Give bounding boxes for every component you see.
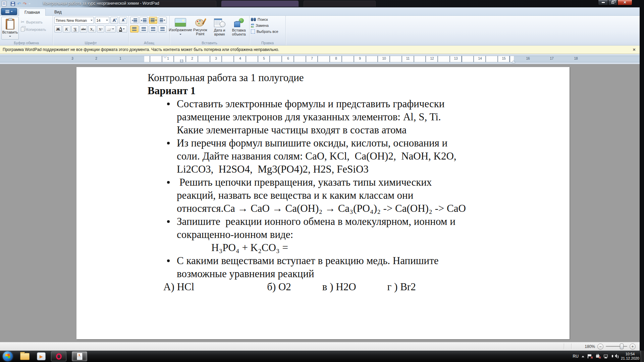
align-left-button[interactable]	[130, 25, 139, 33]
group-font: Times New Roman 14 A▲ A▼ Ж К Ч abc X₂ X²	[53, 16, 129, 45]
line-spacing-button[interactable]	[158, 17, 167, 24]
clock[interactable]: 10:54 21.12.2020	[621, 352, 639, 361]
paragraph[interactable]: А) HCl б) O2 в ) H2O г ) Br2	[163, 280, 556, 293]
date-time-label: Дата и время	[214, 28, 225, 36]
paragraph[interactable]: Составить электронные формулы и представ…	[165, 97, 556, 136]
font-color-button[interactable]: A	[117, 25, 127, 33]
minimize-button[interactable]	[598, 0, 608, 5]
zoom-slider-thumb[interactable]	[620, 344, 624, 349]
bullet-list-icon	[151, 18, 155, 22]
copy-button[interactable]: Копировать	[21, 27, 46, 32]
grow-font-button[interactable]: A▲	[110, 17, 118, 24]
paint-drawing-button[interactable]: Рисунок Paint	[191, 17, 209, 40]
insert-image-button[interactable]: Изображение	[171, 17, 190, 40]
paste-button[interactable]: Вставить	[1, 17, 19, 40]
action-center-icon[interactable]: ✕	[587, 354, 592, 359]
increase-indent-button[interactable]: ▸	[140, 17, 148, 24]
power-icon[interactable]: ✕	[595, 354, 600, 359]
group-label-clipboard: Буфер обмена	[0, 41, 53, 45]
clipboard-icon	[6, 19, 14, 29]
select-all-button[interactable]: Выбрать все	[251, 29, 284, 34]
italic-button[interactable]: К	[63, 25, 70, 33]
app-menu-button[interactable]	[1, 8, 17, 15]
taskbar-media-player-icon[interactable]: ▶	[37, 352, 46, 360]
language-indicator[interactable]: RU	[573, 354, 579, 359]
paragraph[interactable]: Из перечня формул выпишите оксиды, кисло…	[165, 136, 556, 176]
list-button[interactable]	[149, 17, 157, 24]
decrease-indent-button[interactable]: ◂	[130, 17, 139, 24]
opera-icon	[56, 353, 62, 360]
font-family-select[interactable]: Times New Roman	[54, 17, 94, 24]
right-arrow-icon: ▸	[141, 19, 142, 22]
justify-button[interactable]	[158, 25, 167, 33]
subscript-icon: X₂	[90, 27, 94, 31]
restore-button[interactable]	[608, 0, 618, 5]
align-left-icon	[132, 27, 137, 31]
paragraph[interactable]: Запишите реакции ионного обмена в молеку…	[165, 215, 556, 241]
first-line-indent-marker[interactable]	[163, 56, 167, 60]
underline-icon: Ч	[74, 26, 76, 32]
group-insert: Изображение Рисунок Paint Дата и время В…	[170, 16, 250, 45]
taskbar-opera-button[interactable]	[51, 351, 66, 361]
taskbar-explorer-icon[interactable]	[20, 353, 30, 360]
underline-button[interactable]: Ч	[71, 25, 79, 33]
down-arrow-icon: ▼	[124, 17, 126, 20]
font-family-value: Times New Roman	[56, 18, 87, 22]
copy-icon	[21, 27, 24, 32]
scissors-icon: ✂	[21, 19, 24, 24]
hidden-icons-arrow[interactable]	[582, 354, 584, 357]
up-arrow-icon: ▲	[115, 17, 117, 20]
insert-object-button[interactable]: Вставка объекта	[230, 17, 248, 40]
tab-view[interactable]: Вид	[49, 8, 67, 16]
chevron-down-icon	[123, 28, 125, 31]
ruler-number: 15	[502, 57, 505, 60]
window-controls: ✕	[598, 0, 632, 5]
superscript-button[interactable]: X²	[97, 25, 104, 33]
subscript-button[interactable]: X₂	[88, 25, 96, 33]
date: 21.12.2020	[621, 356, 639, 361]
customize-qat-caret-icon[interactable]	[29, 3, 31, 5]
save-icon[interactable]	[11, 2, 15, 6]
text-highlight-button[interactable]	[105, 25, 116, 33]
background-browser-tab	[304, 1, 376, 7]
redo-icon[interactable]: ↷	[23, 2, 26, 6]
taskbar-wordpad-button[interactable]: A	[72, 351, 87, 361]
align-center-icon	[142, 27, 146, 31]
paste-label: Вставить	[2, 30, 18, 34]
right-indent-marker[interactable]	[512, 59, 515, 63]
zoom-out-button[interactable]: −	[597, 344, 603, 350]
volume-icon[interactable]	[611, 354, 616, 359]
show-desktop-button[interactable]	[641, 351, 644, 362]
document-page[interactable]: Контрольная работа за 1 полугодиеВариант…	[76, 67, 570, 339]
separator	[564, 344, 564, 349]
cut-button[interactable]: ✂ Вырезать	[21, 19, 46, 24]
warning-close-button[interactable]: ✕	[631, 47, 637, 53]
paragraph[interactable]: Вариант 1	[148, 84, 556, 97]
tab-home[interactable]: Главная	[19, 8, 46, 16]
ruler-number: 10	[382, 57, 386, 60]
font-size-select[interactable]: 14	[95, 17, 109, 24]
start-button[interactable]	[3, 351, 13, 361]
zoom-slider[interactable]	[606, 346, 627, 347]
paragraph[interactable]: Решить цепочки превращения, указать типы…	[165, 176, 556, 215]
bold-button[interactable]: Ж	[54, 25, 62, 33]
undo-icon[interactable]: ↶	[17, 2, 21, 6]
shrink-font-button[interactable]: A▼	[119, 17, 127, 24]
align-right-button[interactable]	[149, 25, 157, 33]
close-button[interactable]: ✕	[618, 0, 632, 5]
strikethrough-button[interactable]: abc	[80, 25, 87, 33]
replace-button[interactable]: abac Замена	[251, 23, 284, 28]
wordpad-app-icon[interactable]	[2, 1, 6, 6]
ruler-number: 2	[191, 57, 193, 60]
left-indent-marker[interactable]	[180, 60, 183, 62]
paragraph[interactable]: Контрольная работа за 1 полугодие	[148, 71, 556, 84]
separator	[571, 344, 572, 349]
date-time-button[interactable]: Дата и время	[211, 17, 229, 40]
zoom-in-button[interactable]: +	[630, 344, 636, 350]
network-icon[interactable]	[603, 354, 608, 359]
insert-object-label: Вставка объекта	[232, 28, 246, 36]
align-center-button[interactable]	[140, 25, 148, 33]
paragraph[interactable]: H₃PO₄ + K₂CO₃ =	[211, 241, 556, 254]
find-button[interactable]: Поиск	[251, 17, 284, 21]
paragraph[interactable]: С какими веществами вступает в реакцию м…	[165, 254, 556, 280]
